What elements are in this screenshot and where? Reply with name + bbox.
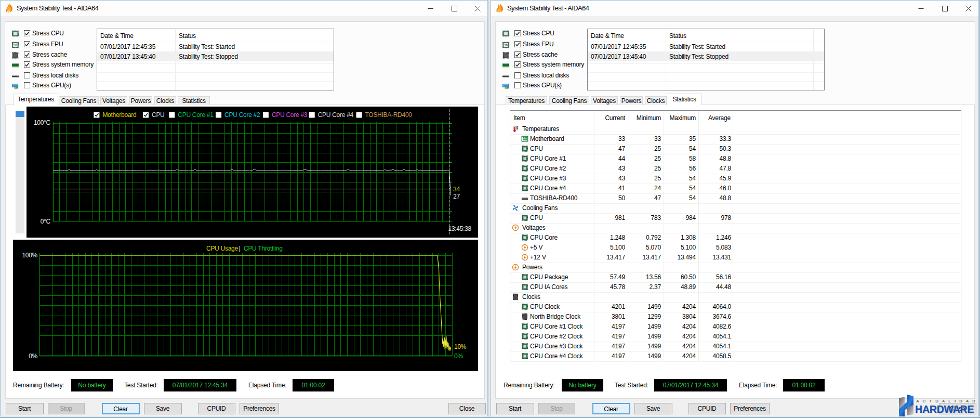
svg-text:%: % <box>14 43 17 47</box>
svg-text:100°C: 100°C <box>34 119 51 126</box>
svg-text:0%: 0% <box>29 352 37 360</box>
svg-text:CPU Core #3: CPU Core #3 <box>272 111 308 119</box>
svg-text:%: % <box>504 43 508 47</box>
svg-text:TOSHIBA-RD400: TOSHIBA-RD400 <box>365 111 413 119</box>
svg-text:10%: 10% <box>454 343 467 350</box>
svg-text:|: | <box>239 245 240 252</box>
svg-text:CPU: CPU <box>152 111 165 119</box>
svg-text:0°C: 0°C <box>41 218 51 225</box>
svg-text:CPU Usage: CPU Usage <box>206 245 238 252</box>
svg-text:0%: 0% <box>454 352 463 360</box>
svg-text:CPU Core #1: CPU Core #1 <box>178 111 214 119</box>
svg-text:100%: 100% <box>22 252 37 259</box>
svg-text:13:45:38: 13:45:38 <box>448 225 472 232</box>
svg-text:Motherboard: Motherboard <box>102 111 136 119</box>
svg-text:27: 27 <box>453 193 460 200</box>
svg-text:34: 34 <box>453 186 460 193</box>
svg-text:CPU Throttling: CPU Throttling <box>244 245 283 252</box>
svg-text:CPU Core #2: CPU Core #2 <box>224 111 260 119</box>
svg-text:CPU Core #4: CPU Core #4 <box>318 111 354 119</box>
